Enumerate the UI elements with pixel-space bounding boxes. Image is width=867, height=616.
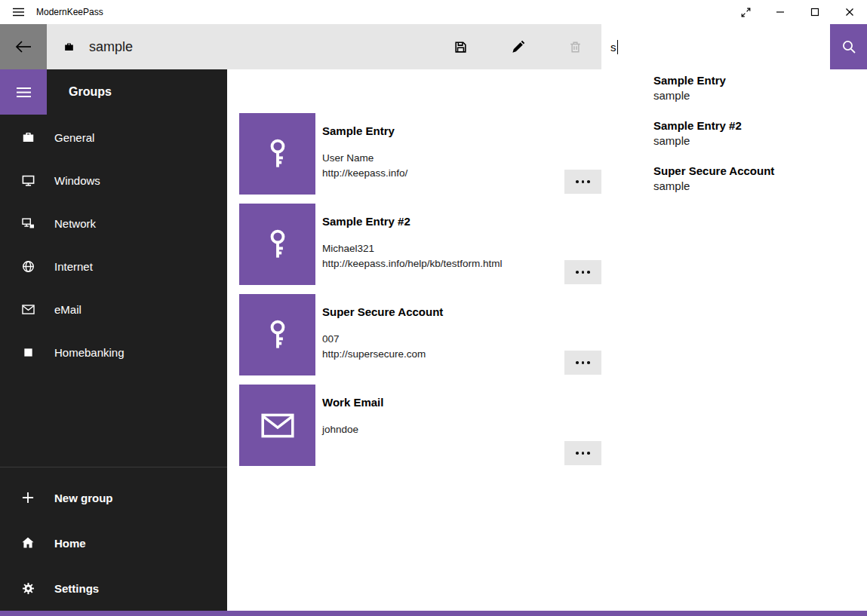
close-button[interactable]: [832, 0, 867, 24]
sidebar-item-new-group[interactable]: New group: [0, 475, 227, 520]
app-title: ModernKeePass: [36, 7, 103, 17]
entry-title: Super Secure Account: [322, 305, 443, 320]
plus-icon: [18, 490, 38, 505]
entry-info: Work Email johndoe: [322, 385, 383, 466]
network-icon: [18, 216, 38, 231]
entry-tile: [239, 294, 315, 375]
search-input[interactable]: s: [601, 24, 830, 69]
briefcase-icon: [59, 41, 78, 53]
search-button[interactable]: [830, 24, 867, 69]
titlebar: ModernKeePass: [0, 0, 867, 24]
sidebar-footer: New group Home Settings: [0, 467, 227, 611]
entry-url: http://supersecure.com: [322, 347, 443, 362]
entry-username: johndoe: [322, 422, 383, 437]
fullscreen-button[interactable]: [728, 0, 763, 24]
ellipsis-icon: [576, 452, 579, 455]
entry-tile: [239, 204, 315, 285]
suggestion-title: Sample Entry: [653, 73, 859, 88]
entry-url: http://keepass.info/help/kb/testform.htm…: [322, 256, 503, 271]
database-title: sample: [89, 39, 133, 55]
entry-title: Sample Entry #2: [322, 214, 503, 229]
entry-more-button[interactable]: [564, 351, 601, 375]
entry-details: 007 http://supersecure.com: [322, 332, 443, 362]
sidebar-item-label: Network: [54, 217, 96, 230]
delete-button[interactable]: [557, 24, 593, 69]
edit-button[interactable]: [500, 24, 536, 69]
sidebar-item-label: New group: [54, 492, 113, 504]
sidebar-item-label: Settings: [54, 582, 99, 595]
save-icon: [453, 40, 468, 54]
search-query-text: s: [610, 41, 616, 54]
briefcase-icon: [18, 130, 38, 145]
fullscreen-icon: [740, 7, 752, 18]
hamburger-menu-icon: [17, 87, 31, 98]
command-bar: sample s: [0, 24, 867, 69]
entry-username: 007: [322, 332, 443, 347]
gear-icon: [18, 581, 38, 596]
entry-details: johndoe: [322, 422, 383, 437]
search-box: s: [601, 24, 867, 69]
ellipsis-icon: [576, 271, 579, 274]
entry-title: Work Email: [322, 395, 383, 410]
sidebar-item-home[interactable]: Home: [0, 520, 227, 565]
suggestion-title: Sample Entry #2: [653, 118, 859, 133]
sidebar-item-label: eMail: [54, 303, 81, 316]
back-button[interactable]: [0, 24, 47, 69]
edit-pencil-icon: [511, 40, 525, 54]
entry-username: Michael321: [322, 241, 503, 256]
sidebar-item-homebanking[interactable]: Homebanking: [0, 331, 227, 374]
search-suggestion[interactable]: Sample Entry sample: [601, 69, 867, 115]
entry-more-button[interactable]: [564, 260, 601, 284]
entry-row[interactable]: Super Secure Account 007 http://supersec…: [239, 294, 867, 375]
home-icon: [18, 535, 38, 550]
entry-details: User Name http://keepass.info/: [322, 151, 407, 181]
sidebar-item-label: Home: [54, 537, 86, 550]
maximize-icon: [810, 8, 819, 17]
save-button[interactable]: [442, 24, 478, 69]
close-icon: [845, 8, 854, 17]
key-icon: [260, 227, 295, 262]
sidebar-item-label: General: [54, 131, 94, 144]
entry-title: Sample Entry: [322, 124, 407, 139]
suggestion-subtitle: sample: [653, 179, 859, 194]
sidebar-item-internet[interactable]: Internet: [0, 245, 227, 288]
minimize-icon: [776, 8, 785, 17]
sidebar-item-windows[interactable]: Windows: [0, 159, 227, 202]
key-icon: [260, 317, 295, 352]
entry-username: User Name: [322, 151, 407, 166]
bottom-accent-bar: [0, 611, 867, 616]
sidebar-item-label: Homebanking: [54, 346, 125, 359]
ellipsis-icon: [576, 361, 579, 364]
hamburger-menu-icon[interactable]: [0, 0, 36, 24]
monitor-icon: [18, 173, 38, 188]
maximize-button[interactable]: [798, 0, 832, 24]
search-suggestion[interactable]: Super Secure Account sample: [601, 160, 867, 205]
globe-icon: [18, 259, 38, 274]
command-actions: [442, 24, 593, 69]
key-icon: [260, 136, 295, 171]
sidebar-item-label: Internet: [54, 260, 93, 273]
sidebar-hamburger-button[interactable]: [0, 69, 47, 115]
sidebar-item-label: Windows: [54, 174, 100, 187]
entry-row[interactable]: Sample Entry #2 Michael321 http://keepas…: [239, 204, 867, 285]
ellipsis-icon: [576, 180, 579, 183]
sidebar-item-general[interactable]: General: [0, 116, 227, 159]
entry-more-button[interactable]: [564, 170, 601, 194]
sidebar-item-settings[interactable]: Settings: [0, 565, 227, 611]
group-list: General Windows Network Internet: [0, 116, 227, 374]
entry-row[interactable]: Work Email johndoe: [239, 385, 867, 466]
search-suggestion[interactable]: Sample Entry #2 sample: [601, 115, 867, 160]
caption-buttons: [728, 0, 867, 24]
entry-info: Super Secure Account 007 http://supersec…: [322, 294, 443, 375]
sidebar-item-email[interactable]: eMail: [0, 288, 227, 331]
entry-more-button[interactable]: [564, 441, 601, 465]
suggestion-subtitle: sample: [653, 133, 859, 149]
minimize-button[interactable]: [763, 0, 798, 24]
sidebar: Groups General Windows Network: [0, 69, 227, 611]
trash-icon: [568, 40, 583, 54]
entry-tile: [239, 113, 315, 195]
database-header: sample: [59, 24, 133, 69]
entry-url: http://keepass.info/: [322, 166, 407, 181]
sidebar-item-network[interactable]: Network: [0, 202, 227, 245]
entry-tile: [239, 385, 315, 466]
